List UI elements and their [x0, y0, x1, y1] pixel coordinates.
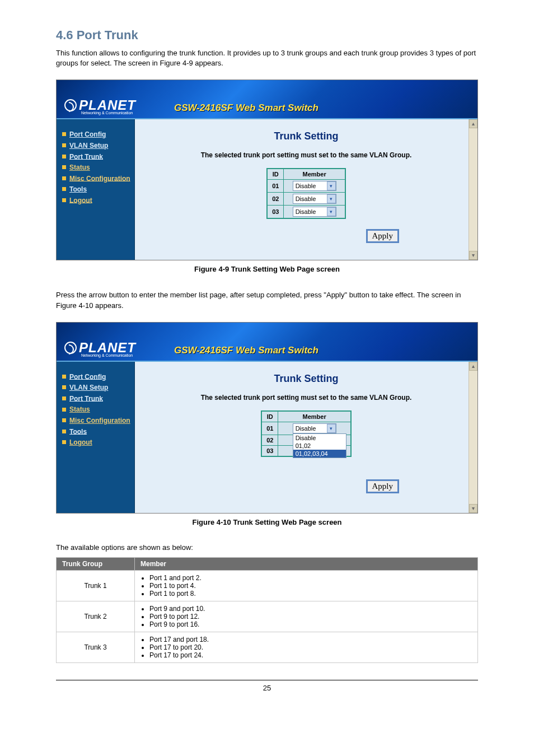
sidebar-item-logout[interactable]: Logout — [62, 195, 134, 204]
sidebar-item-logout[interactable]: Logout — [62, 437, 134, 446]
bullet-icon — [62, 155, 66, 158]
figure-caption-2: Figure 4-10 Trunk Setting Web Page scree… — [0, 518, 534, 526]
scroll-down-icon[interactable]: ▾ — [469, 504, 477, 513]
figure-caption-1: Figure 4-9 Trunk Setting Web Page screen — [0, 265, 534, 273]
content-panel: Trunk Setting The selected trunk port se… — [135, 362, 477, 513]
row-id: 03 — [267, 206, 284, 219]
bullet-icon — [62, 440, 66, 444]
row-id: 02 — [267, 193, 284, 206]
logo-sub: Networking & Communication — [64, 353, 140, 357]
bullet-icon — [62, 176, 66, 180]
sidebar-item-misc[interactable]: Misc Configuration — [62, 416, 134, 424]
scroll-down-icon[interactable]: ▾ — [469, 251, 477, 260]
summary-port-item: Port 17 to port 24. — [149, 651, 472, 659]
scroll-up-icon[interactable]: ▴ — [469, 119, 477, 128]
sidebar: Port Config VLAN Setup Port Trunk Status… — [57, 362, 135, 513]
row-id: 01 — [267, 180, 284, 193]
member-dropdown[interactable]: Disable▾ — [293, 207, 336, 217]
dropdown-listbox[interactable]: Disable 01,02 01,02,03,04 — [293, 433, 346, 458]
member-dropdown[interactable]: Disable▾ — [293, 194, 336, 204]
trunk-table: ID Member 01 Disable▾ Disable 01,02 01,0… — [261, 410, 352, 457]
summary-head-trunk: Trunk Group — [57, 557, 135, 570]
scrollbar[interactable]: ▴ ▾ — [469, 362, 477, 513]
dropdown-option[interactable]: Disable — [293, 434, 346, 442]
table-row: 01 Disable▾ — [267, 180, 345, 193]
bullet-icon — [62, 375, 66, 379]
sidebar-item-status[interactable]: Status — [62, 162, 134, 171]
summary-port-item: Port 1 and port 2. — [149, 574, 472, 582]
logo-block: PLANET Networking & Communication — [57, 94, 140, 118]
summary-group-name: Trunk 2 — [57, 601, 135, 632]
sidebar-item-port-config[interactable]: Port Config — [62, 129, 134, 138]
scroll-up-icon[interactable]: ▴ — [469, 362, 477, 371]
summary-port-item: Port 17 and port 18. — [149, 636, 472, 643]
member-dropdown[interactable]: Disable▾ — [293, 181, 336, 191]
banner-title: GSW-2416SF Web Smart Switch — [140, 345, 477, 361]
table-row: 02 Disable▾ — [267, 193, 345, 206]
summary-table: Trunk Group Member Trunk 1 Port 1 and po… — [56, 557, 478, 663]
planet-globe-icon — [64, 99, 77, 111]
footer-divider — [56, 680, 478, 680]
row-id: 02 — [261, 435, 278, 445]
chevron-down-icon: ▾ — [327, 424, 336, 433]
table-row: Trunk 2 Port 9 and port 10. Port 9 to po… — [57, 601, 478, 632]
bullet-icon — [62, 187, 66, 191]
summary-port-item: Port 9 to port 12. — [149, 613, 472, 620]
banner: PLANET Networking & Communication GSW-24… — [57, 323, 477, 362]
banner: PLANET Networking & Communication GSW-24… — [57, 80, 477, 119]
sidebar-item-tools[interactable]: Tools — [62, 184, 134, 193]
table-row: 01 Disable▾ Disable 01,02 01,02,03,04 — [261, 422, 351, 435]
sidebar-item-port-trunk[interactable]: Port Trunk — [62, 394, 134, 403]
banner-title: GSW-2416SF Web Smart Switch — [140, 102, 477, 118]
table-row: Trunk 3 Port 17 and port 18. Port 17 to … — [57, 632, 478, 662]
sidebar-item-vlan-setup[interactable]: VLAN Setup — [62, 382, 134, 391]
content-title: Trunk Setting — [146, 130, 466, 142]
sidebar-item-port-config[interactable]: Port Config — [62, 372, 134, 381]
col-id: ID — [267, 169, 284, 180]
bullet-icon — [62, 385, 66, 389]
col-member: Member — [284, 169, 345, 180]
bullet-icon — [62, 132, 66, 136]
member-dropdown[interactable]: Disable▾ — [293, 423, 336, 433]
bullet-icon — [62, 165, 66, 169]
bullet-icon — [62, 430, 66, 433]
table-row: Trunk 1 Port 1 and port 2. Port 1 to por… — [57, 570, 478, 601]
dropdown-option[interactable]: 01,02 — [293, 442, 346, 450]
col-id: ID — [261, 411, 278, 422]
summary-port-item: Port 1 to port 4. — [149, 582, 472, 590]
content-subtitle: The selected trunk port setting must set… — [146, 394, 466, 402]
col-member: Member — [278, 411, 351, 422]
content-title: Trunk Setting — [146, 373, 466, 385]
chevron-down-icon: ▾ — [327, 207, 336, 216]
sidebar-item-status[interactable]: Status — [62, 404, 134, 413]
apply-button[interactable]: Apply — [366, 479, 400, 493]
content-subtitle: The selected trunk port setting must set… — [146, 151, 466, 159]
sidebar: Port Config VLAN Setup Port Trunk Status… — [57, 119, 135, 260]
sidebar-item-misc[interactable]: Misc Configuration — [62, 174, 134, 183]
page-number: 25 — [0, 684, 534, 692]
summary-port-item: Port 17 to port 20. — [149, 643, 472, 651]
bullet-icon — [62, 143, 66, 147]
chevron-down-icon: ▾ — [327, 194, 336, 203]
sidebar-item-port-trunk[interactable]: Port Trunk — [62, 152, 134, 161]
bullet-icon — [62, 408, 66, 412]
sidebar-item-vlan-setup[interactable]: VLAN Setup — [62, 141, 134, 150]
intro-paragraph: This function allows to configuring the … — [56, 48, 478, 68]
row-id: 03 — [261, 445, 278, 456]
bullet-icon — [62, 198, 66, 202]
mid-paragraph: Press the arrow button to enter the memb… — [56, 290, 478, 310]
summary-intro: The available options are shown as below… — [56, 543, 478, 552]
logo-block: PLANET Networking & Communication — [57, 337, 140, 361]
row-id: 01 — [261, 422, 278, 435]
summary-port-item: Port 1 to port 8. — [149, 590, 472, 598]
trunk-table: ID Member 01 Disable▾ 02 Disable▾ 03 Dis… — [266, 168, 346, 219]
dropdown-option-selected[interactable]: 01,02,03,04 — [293, 450, 346, 458]
content-panel: Trunk Setting The selected trunk port se… — [135, 119, 477, 260]
apply-button[interactable]: Apply — [366, 229, 400, 243]
screenshot-browser-frame-2: PLANET Networking & Communication GSW-24… — [56, 322, 478, 514]
summary-group-name: Trunk 1 — [57, 570, 135, 601]
scrollbar[interactable]: ▴ ▾ — [469, 119, 477, 260]
summary-group-name: Trunk 3 — [57, 632, 135, 662]
sidebar-item-tools[interactable]: Tools — [62, 427, 134, 436]
summary-head-member: Member — [135, 557, 478, 570]
